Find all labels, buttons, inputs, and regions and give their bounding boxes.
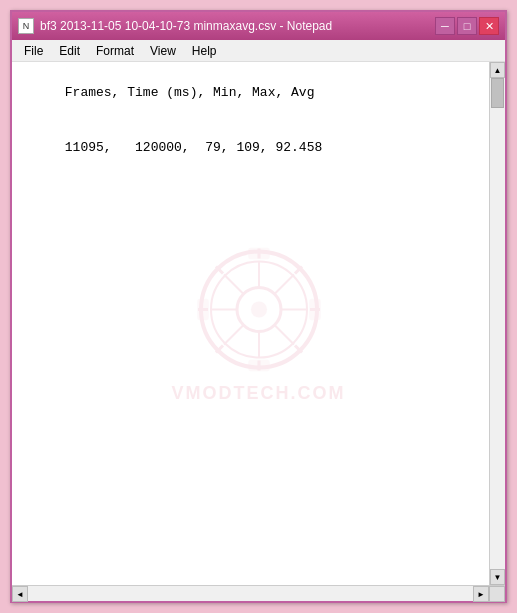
menu-format[interactable]: Format (88, 42, 142, 60)
scrollbar-track-vertical[interactable] (490, 78, 505, 569)
menu-help[interactable]: Help (184, 42, 225, 60)
scroll-down-button[interactable]: ▼ (490, 569, 505, 585)
app-icon: N (18, 18, 34, 34)
scrollbar-corner (489, 586, 505, 602)
text-line1: Frames, Time (ms), Min, Max, Avg (65, 85, 315, 100)
menu-edit[interactable]: Edit (51, 42, 88, 60)
window-controls: ─ □ ✕ (435, 17, 499, 35)
text-content[interactable]: Frames, Time (ms), Min, Max, Avg 11095, … (12, 62, 489, 585)
maximize-button[interactable]: □ (457, 17, 477, 35)
scroll-right-button[interactable]: ► (473, 586, 489, 602)
window-title: bf3 2013-11-05 10-04-10-73 minmaxavg.csv… (40, 19, 332, 33)
scrollbar-vertical[interactable]: ▲ ▼ (489, 62, 505, 585)
menu-view[interactable]: View (142, 42, 184, 60)
scrollbar-horizontal[interactable] (28, 586, 473, 601)
scrollbar-thumb-vertical[interactable] (491, 78, 504, 108)
menu-file[interactable]: File (16, 42, 51, 60)
bottom-bar: ◄ ► (12, 585, 505, 601)
text-line2: 11095, 120000, 79, 109, 92.458 (65, 140, 322, 155)
menu-bar: File Edit Format View Help (12, 40, 505, 62)
content-area: Frames, Time (ms), Min, Max, Avg 11095, … (12, 62, 505, 585)
minimize-button[interactable]: ─ (435, 17, 455, 35)
title-bar-left: N bf3 2013-11-05 10-04-10-73 minmaxavg.c… (18, 18, 332, 34)
scroll-left-button[interactable]: ◄ (12, 586, 28, 602)
title-bar: N bf3 2013-11-05 10-04-10-73 minmaxavg.c… (12, 12, 505, 40)
scroll-up-button[interactable]: ▲ (490, 62, 505, 78)
notepad-window: N bf3 2013-11-05 10-04-10-73 minmaxavg.c… (10, 10, 507, 603)
close-button[interactable]: ✕ (479, 17, 499, 35)
